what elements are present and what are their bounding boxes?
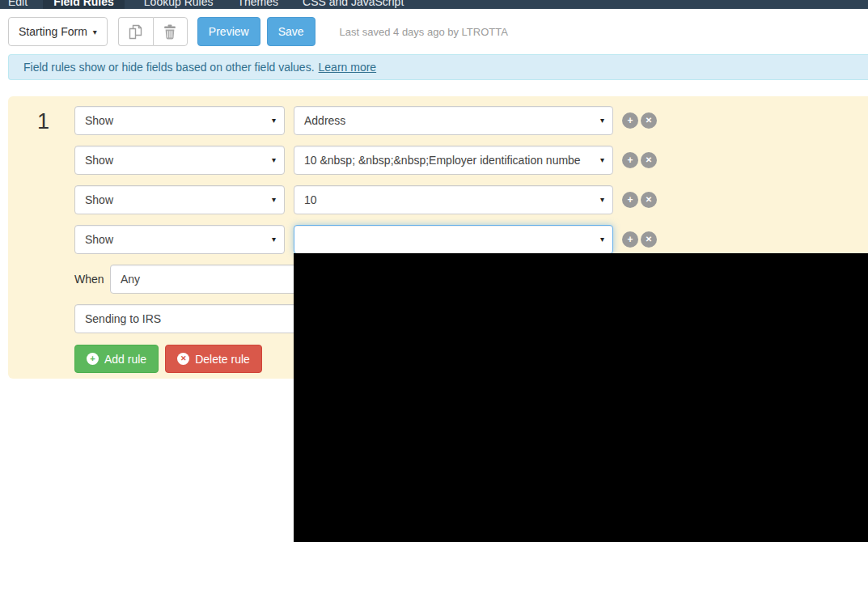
tab-themes[interactable]: Themes (225, 0, 290, 9)
banner-text: Field rules show or hide fields based on… (23, 61, 315, 74)
field-select-1-value: Address (304, 114, 345, 127)
delete-rule-label: Delete rule (195, 353, 250, 366)
tab-css-and-javascript[interactable]: CSS and JavaScript (290, 0, 416, 9)
close-circle-icon: ✕ (177, 353, 189, 365)
add-condition-button-2[interactable]: + (622, 152, 638, 168)
condition-field-value: Sending to IRS (85, 312, 161, 325)
rule-condition-row: Show ▾ 10 &nbsp; &nbsp;&nbsp;Employer id… (74, 146, 657, 175)
plus-circle-icon: + (87, 353, 99, 365)
when-label: When (74, 273, 110, 286)
remove-condition-button-4[interactable]: ✕ (641, 231, 657, 248)
rule-buttons-row: + Add rule ✕ Delete rule (74, 345, 262, 373)
action-select-4-value: Show (85, 233, 113, 246)
action-select-3[interactable]: Show ▾ (74, 185, 285, 214)
add-condition-button-3[interactable]: + (622, 192, 638, 208)
action-select-2[interactable]: Show ▾ (74, 146, 285, 175)
rule-condition-row: Show ▾ Address ▾ + ✕ (74, 106, 657, 135)
field-select-1[interactable]: Address ▾ (294, 106, 613, 135)
chevron-down-icon: ▾ (600, 107, 604, 134)
delete-rule-button[interactable]: ✕ Delete rule (165, 345, 262, 373)
remove-condition-button-1[interactable]: ✕ (641, 112, 657, 129)
copy-form-button[interactable] (118, 17, 153, 46)
tab-edit[interactable]: Edit (0, 0, 36, 9)
learn-more-link[interactable]: Learn more (319, 61, 377, 74)
tab-field-rules[interactable]: Field Rules (43, 0, 125, 9)
field-rules-page: Edit Field Rules Lookup Rules Themes CSS… (0, 0, 868, 589)
chevron-down-icon: ▾ (600, 186, 604, 214)
form-actions-group (118, 17, 188, 46)
last-saved-text: Last saved 4 days ago by LTROTTA (340, 26, 508, 38)
when-select-value: Any (121, 273, 140, 286)
delete-form-button[interactable] (153, 17, 188, 46)
chevron-down-icon: ▾ (600, 146, 604, 174)
chevron-down-icon: ▾ (93, 28, 97, 36)
action-select-1[interactable]: Show ▾ (74, 106, 285, 135)
rule-condition-row: Show ▾ ▾ + ✕ (74, 225, 657, 254)
form-selector-dropdown[interactable]: Starting Form ▾ (8, 17, 108, 46)
tab-lookup-rules[interactable]: Lookup Rules (132, 0, 226, 9)
field-select-4[interactable]: ▾ (294, 225, 613, 254)
action-select-1-value: Show (85, 114, 113, 127)
copy-icon (129, 24, 142, 40)
rule-number: 1 (37, 109, 49, 134)
chevron-down-icon: ▾ (272, 226, 276, 253)
chevron-down-icon: ▾ (272, 107, 276, 134)
action-select-3-value: Show (85, 193, 113, 206)
action-select-2-value: Show (85, 154, 113, 167)
action-select-4[interactable]: Show ▾ (74, 225, 285, 254)
add-rule-button[interactable]: + Add rule (74, 345, 159, 373)
redacted-region (294, 253, 868, 542)
info-banner: Field rules show or hide fields based on… (8, 54, 868, 80)
save-button[interactable]: Save (267, 17, 315, 46)
add-rule-label: Add rule (104, 353, 146, 366)
trash-icon (163, 24, 176, 40)
top-nav: Edit Field Rules Lookup Rules Themes CSS… (0, 0, 868, 9)
remove-condition-button-2[interactable]: ✕ (641, 152, 657, 168)
field-select-2[interactable]: 10 &nbsp; &nbsp;&nbsp;Employer identific… (294, 146, 613, 175)
field-select-2-value: 10 &nbsp; &nbsp;&nbsp;Employer identific… (304, 154, 581, 167)
nav-tabs: Edit Field Rules Lookup Rules Themes CSS… (0, 0, 416, 9)
add-condition-button-1[interactable]: + (622, 112, 638, 129)
rule-condition-row: Show ▾ 10 ▾ + ✕ (74, 185, 657, 214)
add-condition-button-4[interactable]: + (622, 231, 638, 248)
preview-button[interactable]: Preview (197, 17, 260, 46)
field-select-3[interactable]: 10 ▾ (294, 185, 613, 214)
chevron-down-icon: ▾ (272, 186, 276, 214)
remove-condition-button-3[interactable]: ✕ (641, 192, 657, 208)
chevron-down-icon: ▾ (272, 146, 276, 174)
chevron-down-icon: ▾ (600, 226, 604, 253)
form-selector-label: Starting Form (19, 25, 87, 38)
field-select-3-value: 10 (304, 193, 317, 206)
toolbar: Starting Form ▾ Preview Save (0, 9, 868, 54)
